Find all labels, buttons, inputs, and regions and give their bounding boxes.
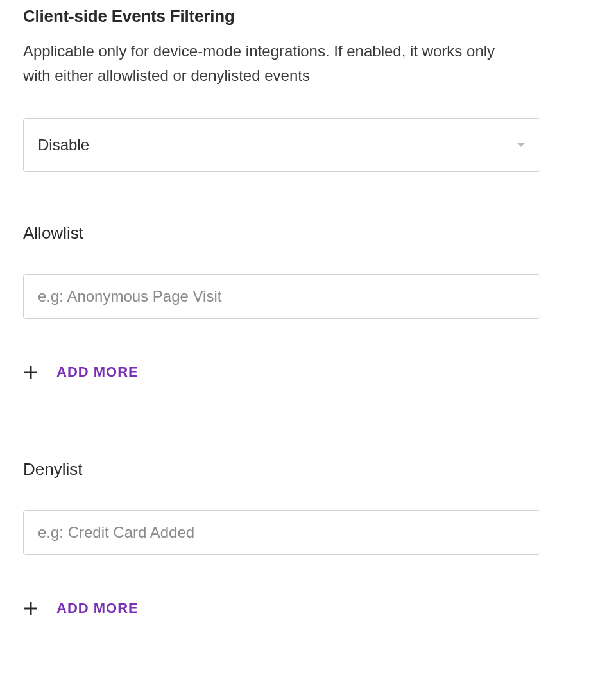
filter-mode-value: Disable (38, 136, 517, 154)
denylist-add-more-button[interactable]: ADD MORE (23, 600, 139, 617)
allowlist-input[interactable] (23, 274, 540, 319)
plus-icon (23, 601, 38, 616)
allowlist-add-more-button[interactable]: ADD MORE (23, 364, 139, 381)
allowlist-section: Allowlist ADD MORE (23, 223, 593, 382)
denylist-section: Denylist ADD MORE (23, 459, 593, 619)
plus-icon (23, 364, 38, 380)
filter-mode-select-wrap: Disable (23, 118, 540, 172)
filter-mode-select[interactable]: Disable (23, 118, 540, 172)
section-description: Applicable only for device-mode integrat… (23, 39, 517, 89)
denylist-input[interactable] (23, 510, 540, 555)
section-title: Client-side Events Filtering (23, 6, 593, 26)
denylist-title: Denylist (23, 459, 593, 479)
add-more-label: ADD MORE (56, 600, 139, 617)
chevron-down-icon (517, 142, 526, 148)
add-more-label: ADD MORE (56, 364, 139, 381)
allowlist-title: Allowlist (23, 223, 593, 243)
